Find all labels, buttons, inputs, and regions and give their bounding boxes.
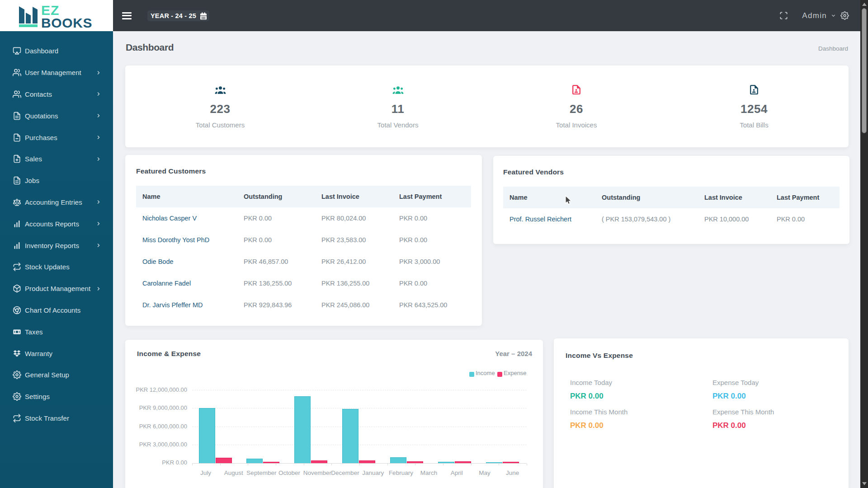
svg-text:BOOKS: BOOKS [41,15,92,30]
